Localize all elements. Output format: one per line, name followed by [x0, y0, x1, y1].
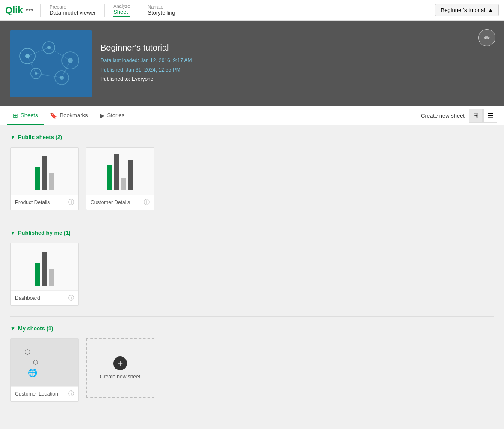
app-published: Published: Jan 31, 2024, 12:55 PM [100, 66, 192, 75]
create-plus-icon: + [113, 356, 127, 370]
bar-2 [114, 154, 119, 190]
sheet-card-customer-details[interactable]: Customer Details ⓘ [86, 147, 154, 210]
sheet-name-customer-details: Customer Details [91, 199, 130, 205]
analyze-title: Sheet [113, 9, 130, 17]
tutorial-button[interactable]: Beginner's tutorial ▲ [435, 4, 499, 16]
bar-4 [128, 160, 133, 190]
sheets-icon: ⊞ [13, 112, 18, 119]
tab-stories[interactable]: ▶ Stories [94, 106, 130, 125]
tabs-bar: ⊞ Sheets 🔖 Bookmarks ▶ Stories Create ne… [0, 106, 504, 125]
prepare-label: Prepare [49, 4, 96, 9]
published-by-me-arrow: ▼ [10, 230, 15, 236]
data-loaded-text: Data last loaded: Jan 12, 2016, 9:17 AM [100, 57, 192, 63]
stories-icon: ▶ [100, 112, 105, 119]
qlik-menu-dots[interactable]: ••• [26, 6, 34, 15]
published-to-text: Published to: Everyone [100, 76, 153, 82]
public-sheets-grid: Product Details ⓘ Customer Details ⓘ [10, 147, 494, 210]
list-view-button[interactable]: ☰ [483, 109, 497, 123]
narrate-title: Storytelling [148, 9, 175, 16]
app-header: Beginner's tutorial Data last loaded: Ja… [0, 21, 504, 106]
sheet-footer-dashboard: Dashboard ⓘ [11, 290, 78, 305]
app-info: Beginner's tutorial Data last loaded: Ja… [100, 43, 192, 84]
published-by-me-header[interactable]: ▼ Published by me (1) [10, 230, 494, 236]
tab-bookmarks-label: Bookmarks [60, 112, 88, 118]
sheet-preview-customer-location: ⬡ ⬡ 🌐 [11, 339, 78, 386]
published-text: Published: Jan 31, 2024, 12:55 PM [100, 67, 181, 73]
my-sheets-header[interactable]: ▼ My sheets (1) [10, 325, 494, 332]
app-meta: Data last loaded: Jan 12, 2016, 9:17 AM … [100, 56, 192, 84]
bar-1 [35, 167, 40, 190]
prepare-nav[interactable]: Prepare Data model viewer [41, 0, 104, 21]
bar-2 [42, 156, 47, 190]
export-icon-1: ⬡ [24, 348, 30, 356]
main-content: ▼ Public sheets (2) Product Details ⓘ [0, 125, 504, 420]
bar-2 [42, 252, 47, 286]
bar-3 [49, 173, 54, 190]
svg-rect-0 [10, 30, 92, 97]
narrate-label: Narrate [148, 4, 175, 9]
analyze-nav[interactable]: Analyze Sheet [105, 0, 139, 21]
tab-sheets-label: Sheets [21, 112, 38, 118]
my-sheets-grid: ⬡ ⬡ 🌐 Customer Location ⓘ + [10, 338, 494, 402]
info-icon-customer-details[interactable]: ⓘ [144, 199, 150, 206]
divider-1 [10, 221, 494, 221]
export-icon-2: ⬡ [33, 359, 38, 366]
globe-icon: 🌐 [28, 368, 37, 378]
bar-3 [49, 269, 54, 286]
bar-3 [121, 178, 126, 190]
bar-1 [107, 165, 112, 190]
create-new-sheet-label: Create new sheet [100, 374, 140, 380]
app-title: Beginner's tutorial [100, 43, 192, 53]
qlik-logo-text: Qlik [5, 5, 23, 16]
analyze-label: Analyze [113, 3, 130, 9]
my-sheets-title: My sheets (1) [18, 325, 53, 332]
info-icon-customer-location[interactable]: ⓘ [68, 390, 74, 398]
app-thumbnail [10, 30, 92, 97]
bar-1 [35, 263, 40, 286]
create-sheet-header-button[interactable]: Create new sheet [416, 110, 469, 121]
divider-2 [10, 316, 494, 317]
create-new-sheet-card[interactable]: + Create new sheet [86, 338, 154, 398]
sheet-preview-customer-details [86, 148, 154, 195]
sheet-footer-customer-location: Customer Location ⓘ [11, 386, 78, 401]
view-toggle: ⊞ ☰ [469, 109, 497, 123]
tab-sheets[interactable]: ⊞ Sheets [7, 106, 44, 125]
info-icon-dashboard[interactable]: ⓘ [68, 294, 74, 302]
sheet-name-customer-location: Customer Location [15, 391, 58, 397]
edit-button[interactable]: ✏ [478, 29, 495, 46]
top-navigation: Qlik ••• Prepare Data model viewer Analy… [0, 0, 504, 21]
sheet-footer-customer-details: Customer Details ⓘ [86, 195, 154, 210]
bookmarks-icon: 🔖 [50, 112, 57, 119]
qlik-logo[interactable]: Qlik ••• [5, 5, 33, 16]
sheet-name-product-details: Product Details [15, 199, 50, 205]
tutorial-label: Beginner's tutorial [441, 7, 485, 13]
pencil-icon: ✏ [484, 34, 490, 42]
published-by-me-grid: Dashboard ⓘ [10, 243, 494, 306]
public-sheets-header[interactable]: ▼ Public sheets (2) [10, 134, 494, 140]
app-published-to: Published to: Everyone [100, 75, 192, 84]
sheet-footer-product-details: Product Details ⓘ [11, 195, 78, 210]
grid-view-button[interactable]: ⊞ [469, 109, 483, 123]
customer-preview-inner: ⬡ ⬡ 🌐 [19, 343, 70, 382]
sheet-name-dashboard: Dashboard [15, 295, 40, 301]
public-sheets-arrow: ▼ [10, 134, 15, 140]
chevron-up-icon: ▲ [488, 7, 493, 13]
tab-stories-label: Stories [107, 112, 124, 118]
sheet-card-product-details[interactable]: Product Details ⓘ [10, 147, 79, 210]
tab-bookmarks[interactable]: 🔖 Bookmarks [44, 106, 94, 125]
sheet-card-customer-location[interactable]: ⬡ ⬡ 🌐 Customer Location ⓘ [10, 338, 79, 402]
app-data-loaded: Data last loaded: Jan 12, 2016, 9:17 AM [100, 56, 192, 66]
prepare-title: Data model viewer [49, 9, 96, 16]
sheet-preview-product-details [11, 148, 78, 195]
narrate-nav[interactable]: Narrate Storytelling [139, 0, 184, 21]
public-sheets-title: Public sheets (2) [18, 134, 62, 140]
my-sheets-arrow: ▼ [10, 326, 15, 332]
sheet-card-dashboard[interactable]: Dashboard ⓘ [10, 243, 79, 306]
published-by-me-title: Published by me (1) [18, 230, 71, 236]
info-icon-product-details[interactable]: ⓘ [68, 199, 74, 206]
sheet-preview-dashboard [11, 243, 78, 290]
